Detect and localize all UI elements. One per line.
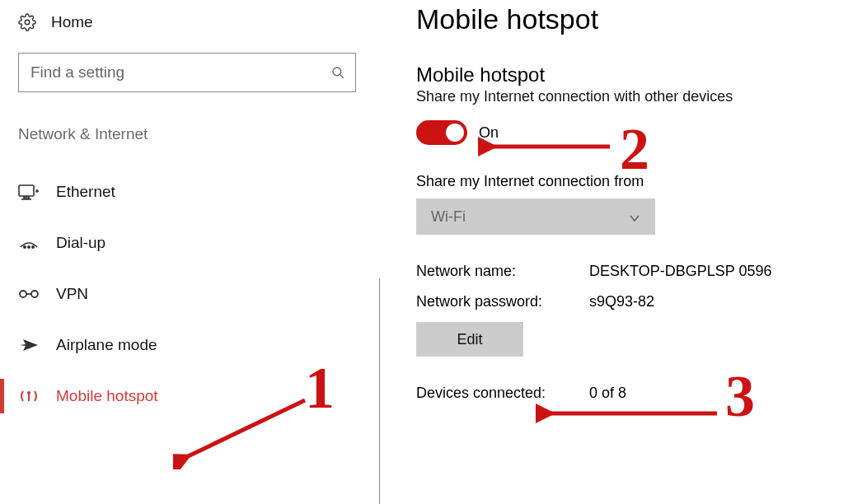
toggle-state-label: On	[479, 124, 499, 142]
svg-rect-4	[24, 197, 29, 198]
network-name-label: Network name:	[416, 263, 589, 280]
network-info: Network name: DESKTOP-DBGPLSP 0596 Netwo…	[416, 263, 848, 310]
section-title: Network & Internet	[18, 125, 379, 143]
svg-point-13	[27, 391, 30, 394]
page-title: Mobile hotspot	[416, 3, 848, 35]
svg-point-1	[333, 68, 341, 76]
home-button[interactable]: Home	[0, 7, 379, 43]
share-description: Share my Internet connection with other …	[416, 88, 848, 105]
devices-connected-row: Devices connected: 0 of 8	[416, 385, 848, 402]
annotation-number-3: 3	[725, 362, 755, 431]
svg-line-2	[340, 75, 344, 78]
airplane-icon	[18, 336, 40, 354]
hotspot-toggle[interactable]	[416, 120, 467, 145]
gear-icon	[18, 13, 36, 31]
svg-point-10	[31, 291, 38, 297]
annotation-arrow-3	[536, 404, 725, 423]
nav-label: Mobile hotspot	[56, 387, 158, 405]
annotation-number-1: 1	[305, 354, 335, 422]
ethernet-icon	[18, 183, 40, 201]
search-input[interactable]	[30, 63, 330, 82]
search-box[interactable]	[18, 53, 356, 92]
nav-item-ethernet[interactable]: Ethernet	[0, 166, 379, 217]
share-from-value: Wi-Fi	[431, 208, 466, 226]
svg-point-0	[25, 20, 30, 25]
section-subtitle: Mobile hotspot	[416, 63, 848, 86]
toggle-knob	[446, 124, 464, 142]
divider	[379, 278, 380, 504]
svg-point-8	[31, 245, 35, 249]
svg-point-6	[23, 245, 26, 249]
devices-connected-label: Devices connected:	[416, 385, 589, 402]
search-icon	[330, 65, 345, 80]
hotspot-icon	[18, 387, 40, 405]
nav-label: Ethernet	[56, 183, 115, 201]
svg-point-9	[20, 291, 26, 297]
svg-point-7	[27, 245, 30, 249]
share-from-select[interactable]: Wi-Fi	[416, 198, 655, 235]
network-name-value: DESKTOP-DBGPLSP 0596	[589, 263, 848, 280]
nav-item-dialup[interactable]: Dial-up	[0, 217, 379, 268]
main-panel: Mobile hotspot Mobile hotspot Share my I…	[416, 0, 848, 402]
network-password-label: Network password:	[416, 293, 589, 310]
edit-button[interactable]: Edit	[416, 322, 523, 357]
network-password-value: s9Q93-82	[589, 293, 848, 310]
vpn-icon	[18, 285, 40, 303]
annotation-number-2: 2	[620, 115, 649, 184]
home-label: Home	[51, 13, 93, 31]
nav-label: Airplane mode	[56, 336, 157, 354]
nav-item-vpn[interactable]: VPN	[0, 268, 379, 320]
svg-rect-3	[19, 185, 34, 196]
nav-label: VPN	[56, 285, 88, 303]
nav-label: Dial-up	[56, 234, 105, 252]
dialup-icon	[18, 234, 40, 252]
chevron-down-icon	[629, 211, 640, 222]
devices-connected-value: 0 of 8	[589, 385, 626, 402]
